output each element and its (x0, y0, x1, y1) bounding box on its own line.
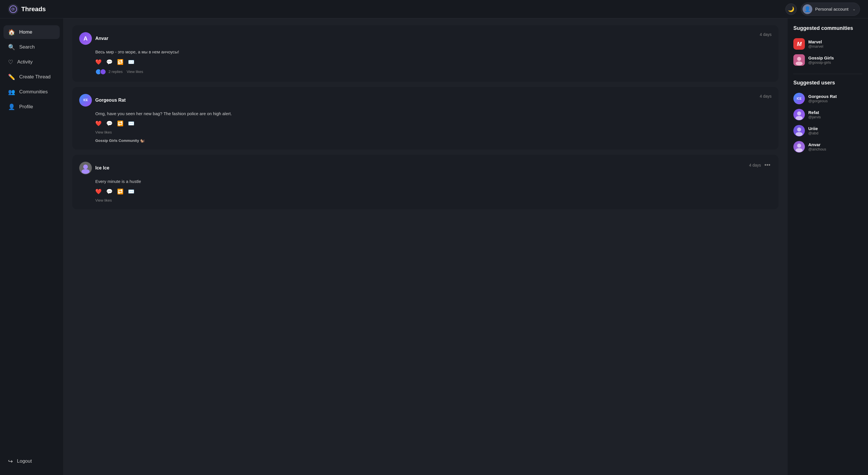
thread-actions: ❤️ 💬 🔁 ✉️ (95, 59, 772, 65)
user-avatar-refat (794, 109, 805, 120)
user-handle: @gorgeous (808, 99, 837, 103)
user-item-anvar[interactable]: Anvar @anchous (794, 139, 862, 155)
main-layout: 🏠 Home 🔍 Search ♡ Activity ✏️ Create Thr… (0, 19, 868, 475)
thread-body: Omg, have you seen her new bag? The fash… (79, 111, 772, 143)
community-info: Marvel @marvel (808, 39, 823, 49)
user-info: Uriie @abd (808, 126, 818, 135)
sidebar-item-create-thread[interactable]: ✏️ Create Thread (3, 70, 60, 84)
thread-text: Весь мир - это море, а мы в нем анчоусы! (95, 49, 772, 55)
thread-time: 4 days (760, 32, 772, 37)
reply-avatar (100, 69, 106, 75)
sidebar-item-home[interactable]: 🏠 Home (3, 25, 60, 39)
community-item-gossip-girls[interactable]: Gossip Girls @gossip-girls (794, 52, 862, 68)
app-title: Threads (21, 5, 46, 13)
svg-point-11 (797, 144, 801, 148)
community-item-marvel[interactable]: M Marvel @marvel (794, 36, 862, 52)
edit-icon: ✏️ (8, 73, 15, 81)
dark-mode-button[interactable]: 🌙 (785, 3, 797, 15)
thread-meta: View likes (95, 198, 772, 203)
share-button[interactable]: ✉️ (128, 188, 134, 195)
sidebar-label-communities: Communities (19, 89, 48, 95)
like-button[interactable]: ❤️ (95, 59, 102, 65)
user-item-refat[interactable]: Refat @jarvis (794, 107, 862, 123)
sidebar-label-create-thread: Create Thread (19, 74, 51, 80)
view-likes[interactable]: View likes (127, 69, 143, 74)
sidebar-item-activity[interactable]: ♡ Activity (3, 55, 60, 69)
share-button[interactable]: ✉️ (128, 120, 134, 127)
community-tag[interactable]: Gossip Girls Community 🐿️ (95, 139, 772, 143)
community-info: Gossip Girls @gossip-girls (808, 55, 834, 65)
thread-actions: ❤️ 💬 🔁 ✉️ (95, 188, 772, 195)
svg-point-6 (796, 61, 803, 65)
thread-header: А Anvar 4 days (79, 32, 772, 45)
user-handle: @anchous (808, 147, 826, 151)
user-info: Refat @jarvis (808, 110, 821, 119)
svg-point-3 (82, 169, 90, 174)
share-button[interactable]: ✉️ (128, 59, 134, 65)
user-name: Gorgeous Rat (808, 94, 837, 99)
thread-user: А Anvar (79, 32, 108, 45)
people-icon: 👥 (8, 88, 15, 95)
thread-card: А Anvar 4 days Весь мир - это море, а мы… (72, 25, 778, 82)
view-likes[interactable]: View likes (95, 130, 112, 135)
repost-button[interactable]: 🔁 (117, 120, 123, 127)
view-likes[interactable]: View likes (95, 198, 112, 203)
sidebar-item-profile[interactable]: 👤 Profile (3, 100, 60, 114)
repost-button[interactable]: 🔁 (117, 188, 123, 195)
user-item-uriie[interactable]: Uriie @abd (794, 123, 862, 139)
header-left: ⟳ Threads (8, 4, 46, 14)
user-name: Anvar (808, 142, 826, 147)
thread-meta: 2 replies View likes (95, 69, 772, 75)
thread-header: Ice Ice 4 days ••• (79, 162, 772, 174)
sidebar: 🏠 Home 🔍 Search ♡ Activity ✏️ Create Thr… (0, 19, 63, 475)
user-name: Uriie (808, 126, 818, 131)
replies-count[interactable]: 2 replies (108, 69, 123, 74)
sidebar-item-logout[interactable]: ↪ Logout (3, 454, 60, 468)
account-switcher[interactable]: 👤 Personal account ⌄ (801, 3, 860, 16)
logout-icon: ↪ (8, 458, 13, 465)
thread-text: Every minute is a hustle (95, 178, 772, 185)
account-avatar: 👤 (803, 4, 812, 14)
thread-username: Gorgeous Rat (95, 98, 126, 103)
app-logo-icon: ⟳ (8, 4, 19, 14)
comment-button[interactable]: 💬 (106, 120, 113, 127)
avatar: ICE (79, 94, 92, 107)
account-label: Personal account (815, 7, 848, 11)
thread-card: Ice Ice 4 days ••• Every minute is a hus… (72, 155, 778, 209)
thread-username: Anvar (95, 36, 108, 41)
comment-button[interactable]: 💬 (106, 188, 113, 195)
user-name: Refat (808, 110, 821, 115)
thread-user: Ice Ice (79, 162, 110, 174)
comment-button[interactable]: 💬 (106, 59, 113, 65)
repost-button[interactable]: 🔁 (117, 59, 123, 65)
sidebar-label-home: Home (19, 29, 32, 35)
svg-point-8 (796, 116, 803, 120)
svg-point-10 (796, 132, 803, 136)
thread-body: Весь мир - это море, а мы в нем анчоусы!… (79, 49, 772, 75)
user-avatar-anvar (794, 141, 805, 152)
thread-actions: ❤️ 💬 🔁 ✉️ (95, 120, 772, 127)
search-icon: 🔍 (8, 43, 15, 51)
user-item-gorgeous[interactable]: ICE Gorgeous Rat @gorgeous (794, 90, 862, 107)
suggested-users-title: Suggested users (794, 80, 862, 86)
user-avatar-uriie (794, 125, 805, 137)
sidebar-item-communities[interactable]: 👥 Communities (3, 85, 60, 99)
svg-point-7 (797, 112, 801, 115)
community-handle: @gossip-girls (808, 60, 834, 65)
thread-text: Omg, have you seen her new bag? The fash… (95, 111, 772, 117)
like-button[interactable]: ❤️ (95, 120, 102, 127)
svg-point-2 (83, 165, 88, 169)
replies-row: 2 replies (95, 69, 123, 75)
thread-body: Every minute is a hustle ❤️ 💬 🔁 ✉️ View … (79, 178, 772, 203)
home-icon: 🏠 (8, 29, 15, 36)
sidebar-item-search[interactable]: 🔍 Search (3, 40, 60, 54)
chevron-down-icon: ⌄ (852, 7, 856, 11)
user-handle: @abd (808, 131, 818, 135)
thread-username: Ice Ice (95, 166, 110, 171)
more-options-button[interactable]: ••• (763, 162, 772, 168)
heart-outline-icon: ♡ (8, 59, 13, 65)
like-button[interactable]: ❤️ (95, 188, 102, 195)
header: ⟳ Threads 🌙 👤 Personal account ⌄ (0, 0, 868, 19)
thread-card: ICE Gorgeous Rat 4 days Omg, have you se… (72, 87, 778, 150)
svg-point-5 (797, 57, 801, 61)
